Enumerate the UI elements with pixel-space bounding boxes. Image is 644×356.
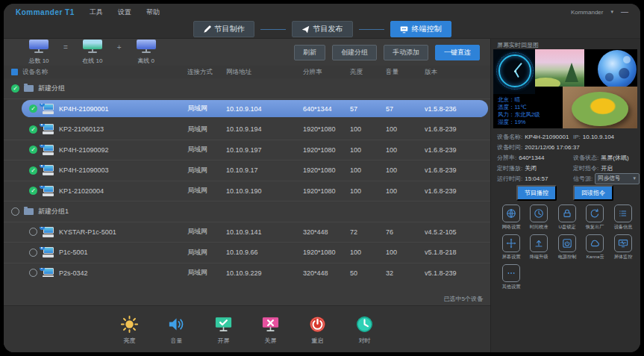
- table-row[interactable]: ✓KP4H-21090001局域网10.10.9.104640*13445757…: [4, 99, 490, 120]
- tool-screen-off[interactable]: 关屏: [257, 314, 285, 345]
- checked-icon[interactable]: ✓: [29, 146, 37, 154]
- brightness-value: 100: [350, 146, 386, 154]
- tab-terminal-control[interactable]: 终端控制: [390, 21, 451, 37]
- user-account[interactable]: Kommander: [571, 9, 604, 16]
- one-key-connect-button[interactable]: 一键直连: [435, 45, 480, 60]
- food-preview: [563, 87, 637, 128]
- function-cloud[interactable]: Kanna云: [581, 234, 610, 260]
- select-all-checkbox[interactable]: [11, 69, 18, 75]
- tab-program-publish[interactable]: 节目发布: [292, 21, 353, 37]
- control-toolbar: 亮度音量开屏关屏重启对时: [4, 305, 490, 352]
- pen-icon: [203, 25, 211, 34]
- connection-value: 局域网: [187, 186, 226, 196]
- brightness-value: 57: [350, 105, 386, 113]
- group-row[interactable]: 新建分组1: [4, 202, 490, 222]
- action-buttons: 刷新 创建分组 手动添加 一键直连: [294, 45, 483, 60]
- table-row[interactable]: KYSTAR-P1c-5001局域网10.10.9.141320*4487276…: [4, 222, 490, 243]
- function-screen-monitor[interactable]: 屏体监控: [609, 234, 637, 260]
- menu-tools[interactable]: 工具: [90, 7, 103, 17]
- ip-value: 10.10.9.141: [226, 228, 303, 236]
- function-device-info[interactable]: 设备信息: [609, 204, 637, 231]
- tab-bar: 节目制作 节目发布 终端控制: [4, 20, 640, 39]
- volume-value: 100: [386, 125, 425, 133]
- ip-value: 10.10.9.190: [226, 187, 303, 195]
- brightness-value: 100: [350, 125, 386, 133]
- menu-help[interactable]: 帮助: [146, 7, 160, 17]
- function-upgrade[interactable]: 终端升级: [525, 234, 554, 260]
- group-row[interactable]: ✓新建分组: [4, 78, 490, 99]
- tool-brightness[interactable]: 亮度: [116, 314, 144, 345]
- function-network[interactable]: 网络设置: [497, 204, 525, 231]
- lock-icon: [561, 207, 573, 219]
- checked-icon[interactable]: ✓: [11, 84, 19, 93]
- table-row[interactable]: ✓KP1-21020004局域网10.10.9.1901920*10801001…: [4, 181, 490, 202]
- col-connection: 连接方式: [187, 68, 226, 77]
- program-control-button[interactable]: 节目播控: [516, 185, 557, 201]
- titlebar: Kommander T1 工具 设置 帮助 Kommander ▾ —: [4, 4, 640, 20]
- table-row[interactable]: P1c-5001局域网10.10.9.661920*1080100100v5.1…: [4, 243, 490, 263]
- function-label: 其他设置: [501, 284, 520, 290]
- unchecked-icon[interactable]: [29, 249, 37, 257]
- brightness-value: 100: [350, 249, 386, 256]
- unchecked-icon[interactable]: [29, 269, 37, 277]
- connection-value: 局域网: [187, 104, 226, 113]
- volume-value: 32: [386, 269, 425, 277]
- function-factory-reset[interactable]: 恢复出厂: [581, 204, 610, 231]
- equals-sign: =: [63, 43, 68, 51]
- table-row[interactable]: P2s-0342局域网10.10.9.229320*4485032v5.1.8-…: [4, 263, 490, 278]
- readback-command-button[interactable]: 回读指令: [573, 185, 613, 201]
- version-value: v5.1.8-239: [425, 269, 490, 277]
- signal-source-select[interactable]: 同步信号▼: [595, 173, 640, 184]
- tab-label: 终端控制: [412, 24, 442, 34]
- col-device-name: 设备名称: [22, 68, 48, 77]
- volume-icon: [166, 314, 187, 334]
- function-screen-settings[interactable]: 屏幕设置: [497, 234, 525, 260]
- function-lock[interactable]: U盘锁定: [553, 204, 581, 231]
- table-row[interactable]: ✓KP2-21060123局域网10.10.9.1941920*10801001…: [4, 119, 490, 140]
- device-info-icon: [617, 207, 629, 219]
- checked-icon[interactable]: ✓: [29, 125, 37, 134]
- tool-volume[interactable]: 音量: [163, 314, 191, 345]
- factory-reset-icon: [589, 207, 601, 219]
- tool-screen-on[interactable]: 开屏: [210, 314, 238, 345]
- checked-icon[interactable]: ✓: [29, 166, 37, 175]
- unchecked-icon[interactable]: [29, 228, 37, 236]
- stat-total: 总数 10: [20, 40, 57, 65]
- create-group-button[interactable]: 创建分组: [332, 45, 377, 60]
- connection-value: 局域网: [187, 227, 226, 237]
- chevron-down-icon[interactable]: ▾: [610, 9, 613, 15]
- device-time-value: 2021/12/06 17:06:37: [525, 144, 579, 151]
- table-row[interactable]: ✓KP4H-21090003局域网10.10.9.171920*10801001…: [4, 160, 490, 181]
- menu-settings[interactable]: 设置: [118, 7, 131, 17]
- connection-value: 局域网: [187, 268, 226, 277]
- tool-label: 音量: [171, 337, 183, 345]
- minimize-button[interactable]: —: [621, 8, 628, 16]
- device-name: KP4H-21090001: [59, 105, 109, 113]
- volume-value: 57: [386, 105, 425, 113]
- connection-value: 局域网: [187, 248, 226, 257]
- tab-label: 节目发布: [313, 24, 343, 34]
- checked-icon[interactable]: ✓: [29, 104, 37, 113]
- tab-connector: [359, 29, 384, 30]
- device-name: KP4H-21090092: [59, 146, 109, 154]
- device-monitor-icon: [42, 104, 54, 114]
- manual-add-button[interactable]: 手动添加: [384, 45, 428, 60]
- tab-program-production[interactable]: 节目制作: [193, 21, 254, 37]
- ip-value: 10.10.9.104: [226, 105, 303, 113]
- clock-widget-preview: [493, 49, 535, 94]
- device-name: P1c-5001: [59, 249, 88, 256]
- tool-restart[interactable]: 重启: [304, 314, 332, 345]
- tool-time-sync[interactable]: 对时: [351, 314, 379, 345]
- refresh-button[interactable]: 刷新: [294, 45, 325, 60]
- resolution-value: 1920*1080: [303, 249, 350, 256]
- unchecked-icon[interactable]: [11, 207, 19, 216]
- tool-label: 开屏: [218, 337, 230, 345]
- checked-icon[interactable]: ✓: [29, 187, 37, 195]
- volume-value: 76: [386, 228, 425, 236]
- table-row[interactable]: ✓KP4H-21090092局域网10.10.9.1971920*1080100…: [4, 140, 490, 161]
- function-clock[interactable]: 时间校准: [525, 204, 554, 231]
- function-power[interactable]: 电源控制: [553, 234, 581, 260]
- function-more[interactable]: 其他设置: [497, 264, 525, 290]
- monitor-icon: [83, 40, 102, 54]
- version-value: v1.5.8-236: [425, 105, 490, 113]
